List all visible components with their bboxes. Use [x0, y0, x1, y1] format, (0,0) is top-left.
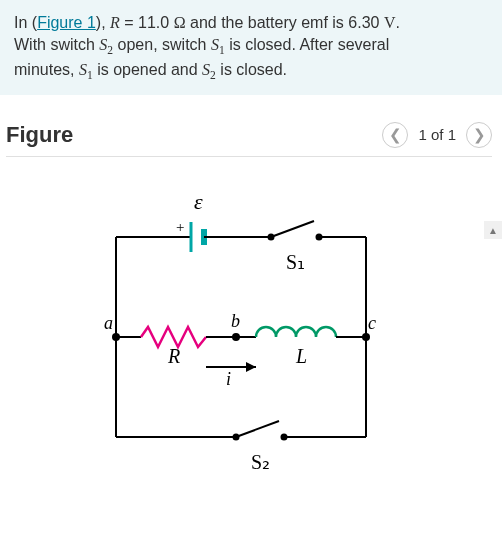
text: and the battery emf is 6.30	[186, 14, 384, 31]
label-S2: S₂	[251, 451, 270, 473]
label-R: R	[167, 345, 180, 367]
chevron-right-icon: ❯	[473, 126, 486, 144]
svg-line-21	[236, 421, 279, 437]
text: ),	[96, 14, 110, 31]
label-i: i	[226, 369, 231, 389]
unit-ohm: Ω	[174, 14, 186, 31]
page-indicator: 1 of 1	[418, 126, 456, 143]
scroll-up-icon[interactable]: ▲	[484, 221, 502, 239]
figure-link[interactable]: Figure 1	[37, 14, 96, 31]
text: With switch	[14, 36, 99, 53]
text: In (	[14, 14, 37, 31]
label-b: b	[231, 311, 240, 331]
next-button[interactable]: ❯	[466, 122, 492, 148]
svg-marker-25	[246, 362, 256, 372]
symbol-S1: S1	[211, 36, 225, 53]
label-plus: +	[176, 219, 184, 235]
figure-pager: ❮ 1 of 1 ❯	[382, 122, 492, 148]
text: is closed.	[216, 61, 287, 78]
text: = 11.0	[120, 14, 174, 31]
figure-section: Figure ❮ 1 of 1 ❯ ▲	[0, 96, 502, 477]
symbol-S2b: S2	[202, 61, 216, 78]
chevron-left-icon: ❮	[389, 126, 402, 144]
divider	[6, 156, 492, 157]
symbol-S2: S2	[99, 36, 113, 53]
label-S1: S₁	[286, 251, 305, 273]
text: open, switch	[113, 36, 211, 53]
unit-volt: V	[384, 14, 396, 31]
svg-line-7	[271, 221, 314, 237]
label-emf: ε	[194, 189, 203, 214]
text: .	[395, 14, 399, 31]
figure-title: Figure	[6, 122, 73, 148]
problem-statement: In (Figure 1), R = 11.0 Ω and the batter…	[0, 0, 502, 96]
symbol-R: R	[110, 14, 120, 31]
prev-button[interactable]: ❮	[382, 122, 408, 148]
figure-header: Figure ❮ 1 of 1 ❯	[6, 122, 492, 156]
symbol-S1b: S1	[79, 61, 93, 78]
text: minutes,	[14, 61, 79, 78]
label-L: L	[295, 345, 307, 367]
text: is closed. After several	[225, 36, 390, 53]
circuit-svg: ε + S₁ S₂ a b c R L i	[86, 177, 406, 477]
label-a: a	[104, 313, 113, 333]
circuit-diagram: ε + S₁ S₂ a b c R L i	[6, 167, 486, 477]
text: is opened and	[93, 61, 202, 78]
label-c: c	[368, 313, 376, 333]
